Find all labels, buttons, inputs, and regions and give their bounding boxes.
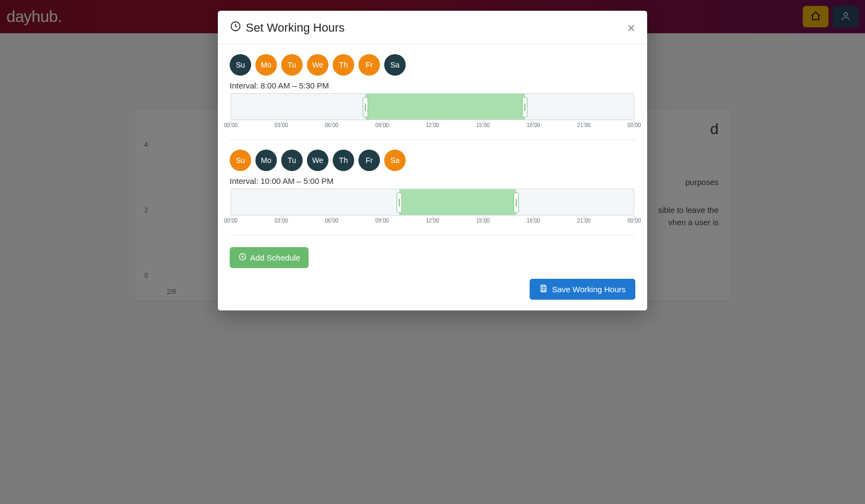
tick-label: 03:00: [274, 218, 288, 224]
day-toggle-fr[interactable]: Fr: [358, 150, 380, 171]
plus-circle-icon: [238, 253, 247, 263]
tick-label: 06:00: [325, 218, 338, 224]
add-schedule-button[interactable]: Add Schedule: [230, 247, 309, 268]
day-toggle-mo[interactable]: Mo: [255, 150, 277, 171]
slider-handle-end[interactable]: [522, 97, 527, 117]
slider-track[interactable]: [231, 93, 634, 120]
clock-icon: [230, 20, 241, 35]
slider-track[interactable]: [231, 189, 634, 216]
day-toggle-tu[interactable]: Tu: [281, 150, 303, 171]
tick-label: 00:00: [627, 218, 641, 224]
day-toggle-tu[interactable]: Tu: [281, 54, 303, 76]
day-toggle-sa[interactable]: Sa: [384, 150, 406, 171]
tick-label: 18:00: [526, 218, 540, 224]
add-schedule-label: Add Schedule: [250, 253, 300, 262]
slider-ticks: 00:0003:0006:0009:0012:0015:0018:0021:00…: [231, 121, 634, 131]
interval-label: Interval: 10:00 AM – 5:00 PM: [230, 176, 635, 186]
time-range-slider[interactable]: 00:0003:0006:0009:0012:0015:0018:0021:00…: [231, 93, 634, 131]
working-hours-modal: Set Working Hours × SuMoTuWeThFrSaInterv…: [218, 11, 647, 310]
tick-label: 21:00: [577, 122, 590, 128]
slider-handle-start[interactable]: [397, 192, 402, 213]
days-row: SuMoTuWeThFrSa: [230, 150, 635, 171]
save-button-label: Save Working Hours: [552, 285, 626, 294]
save-button[interactable]: Save Working Hours: [530, 279, 635, 300]
tick-label: 21:00: [577, 218, 590, 224]
day-toggle-we[interactable]: We: [307, 150, 328, 171]
slider-handle-end[interactable]: [514, 192, 519, 213]
tick-label: 06:00: [325, 122, 338, 128]
tick-label: 12:00: [426, 218, 439, 224]
modal-footer: Save Working Hours: [218, 277, 647, 310]
slider-handle-start[interactable]: [363, 97, 368, 117]
slider-range[interactable]: [365, 94, 525, 120]
tick-label: 15:00: [476, 122, 489, 128]
days-row: SuMoTuWeThFrSa: [230, 54, 635, 76]
close-button[interactable]: ×: [627, 21, 635, 35]
schedule-block: SuMoTuWeThFrSaInterval: 8:00 AM – 5:30 P…: [230, 54, 635, 140]
tick-label: 00:00: [224, 122, 237, 128]
tick-label: 00:00: [224, 218, 237, 224]
tick-label: 00:00: [627, 122, 641, 128]
day-toggle-fr[interactable]: Fr: [358, 54, 380, 76]
day-toggle-mo[interactable]: Mo: [255, 54, 277, 76]
day-toggle-su[interactable]: Su: [230, 150, 251, 171]
svg-rect-3: [542, 289, 545, 291]
time-range-slider[interactable]: 00:0003:0006:0009:0012:0015:0018:0021:00…: [231, 189, 634, 226]
modal-title-text: Set Working Hours: [246, 21, 344, 35]
tick-label: 03:00: [274, 122, 288, 128]
tick-label: 09:00: [375, 218, 388, 224]
tick-label: 15:00: [476, 218, 489, 224]
save-icon: [539, 284, 548, 294]
day-toggle-we[interactable]: We: [307, 54, 328, 76]
day-toggle-th[interactable]: Th: [333, 150, 354, 171]
modal-body: SuMoTuWeThFrSaInterval: 8:00 AM – 5:30 P…: [218, 45, 647, 277]
modal-header: Set Working Hours ×: [218, 11, 647, 45]
slider-range[interactable]: [399, 189, 517, 215]
interval-label: Interval: 8:00 AM – 5:30 PM: [230, 81, 635, 90]
schedule-block: SuMoTuWeThFrSaInterval: 10:00 AM – 5:00 …: [230, 150, 635, 235]
slider-ticks: 00:0003:0006:0009:0012:0015:0018:0021:00…: [231, 217, 634, 226]
tick-label: 12:00: [426, 122, 439, 128]
tick-label: 18:00: [526, 122, 540, 128]
modal-overlay[interactable]: Set Working Hours × SuMoTuWeThFrSaInterv…: [0, 0, 865, 504]
day-toggle-sa[interactable]: Sa: [384, 54, 406, 76]
modal-title: Set Working Hours: [230, 20, 344, 35]
tick-label: 09:00: [375, 122, 388, 128]
day-toggle-su[interactable]: Su: [230, 54, 251, 76]
day-toggle-th[interactable]: Th: [333, 54, 354, 76]
